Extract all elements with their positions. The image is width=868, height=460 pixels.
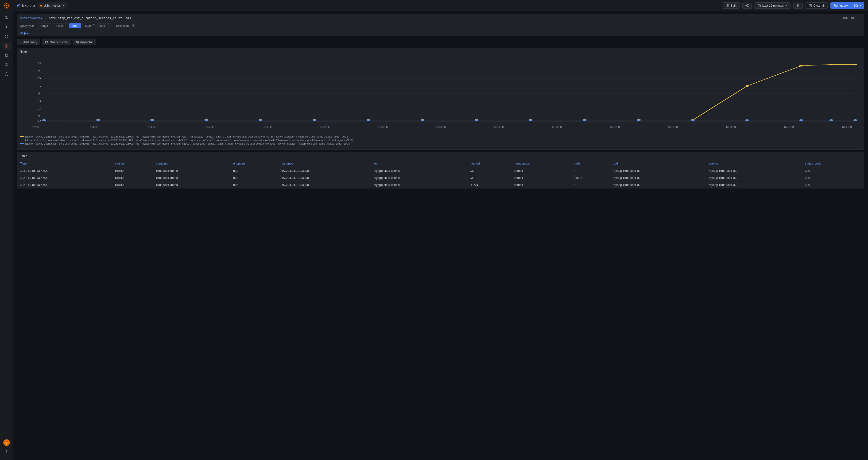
main-area: Explore ck8s-metrics ▼ Split: [13, 0, 868, 460]
col-header-cluster[interactable]: cluster: [112, 160, 153, 167]
type-both-label: Both: [72, 24, 78, 28]
add-query-button[interactable]: + Add query: [17, 39, 40, 45]
col-header-container[interactable]: container: [153, 160, 230, 167]
query-visibility-toggle[interactable]: [850, 15, 855, 21]
datasource-status-dot: [40, 5, 42, 7]
run-query-button[interactable]: Run query 10s ▼: [830, 2, 864, 9]
query-editor-top: Metrics browser ▶ 0.3s: [17, 14, 864, 22]
x-label-6: 13:38:00: [377, 126, 388, 128]
graph-area: 8 7 6 5 4 3 2 1 0: [17, 55, 864, 150]
svg-text:0: 0: [37, 119, 41, 123]
table-cell-2-2: ck8s-user-demo: [153, 182, 230, 189]
svg-point-103: [204, 120, 208, 121]
svg-point-104: [258, 120, 262, 121]
split-button[interactable]: Split: [723, 2, 739, 9]
trash-icon: [809, 4, 812, 7]
sidebar-alerts[interactable]: [2, 51, 11, 60]
exemplars-info-icon[interactable]: ⓘ: [132, 24, 135, 28]
grafana-logo[interactable]: [3, 2, 10, 9]
time-range-label: Last 15 minutes: [762, 4, 784, 7]
table-row-1[interactable]: 2021-10-05 13:47:00ckwc0ck8s-user-demoht…: [17, 174, 864, 182]
step-info-icon[interactable]: ⓘ: [93, 24, 95, 28]
col-header-instance[interactable]: instance: [279, 160, 371, 167]
svg-point-81: [829, 64, 833, 65]
svg-point-108: [475, 120, 478, 121]
sidebar-settings[interactable]: [2, 61, 11, 69]
svg-line-8: [7, 18, 8, 19]
explore-title: Explore: [17, 3, 35, 8]
col-header-method[interactable]: method: [467, 160, 511, 167]
sidebar-search[interactable]: [2, 13, 11, 22]
x-label-12: 13:44:00: [726, 126, 736, 128]
legend-item-0[interactable]: {cluster="ckwc0", container="ck8s-user-d…: [20, 135, 861, 138]
table-cell-2-6: HEAD: [467, 182, 511, 189]
datasource-chevron: ▼: [62, 4, 64, 7]
help-bar: Help ▶: [17, 30, 864, 36]
svg-rect-10: [7, 35, 8, 36]
type-range-button[interactable]: Range: [37, 23, 51, 28]
svg-point-7: [5, 17, 7, 19]
svg-rect-12: [7, 37, 8, 38]
user-avatar[interactable]: G: [3, 439, 10, 446]
run-query-timer[interactable]: 10s ▼: [851, 2, 864, 9]
table-cell-2-5: myapp-ck8s-user-d...: [371, 182, 467, 189]
share-icon: [745, 4, 749, 7]
svg-point-14: [6, 45, 7, 46]
zoom-button[interactable]: [793, 3, 803, 9]
col-header-path[interactable]: path: [571, 160, 610, 167]
share-button[interactable]: [742, 3, 752, 9]
data-table: Time cluster container endpoint instance…: [17, 160, 864, 188]
eye-icon: [851, 17, 854, 20]
table-header: Time cluster container endpoint instance…: [17, 160, 864, 167]
run-query-label[interactable]: Run query: [830, 2, 851, 9]
metrics-browser-button[interactable]: Metrics browser ▶: [17, 14, 46, 22]
query-history-button[interactable]: Query history: [42, 39, 71, 45]
table-cell-1-5: myapp-ck8s-user-d...: [371, 174, 467, 182]
x-label-1: 13:33:00: [87, 126, 97, 128]
sidebar-add[interactable]: +: [2, 23, 11, 31]
col-header-namespace[interactable]: namespace: [511, 160, 571, 167]
query-remove-button[interactable]: [857, 15, 862, 21]
legend-item-1[interactable]: {cluster="ckwc0", container="ck8s-user-d…: [20, 139, 861, 141]
col-header-pod[interactable]: pod: [610, 160, 706, 167]
svg-point-102: [150, 120, 154, 121]
svg-point-115: [829, 120, 833, 121]
help-button[interactable]: Help ▶: [20, 31, 29, 35]
legend-text-2: {cluster="ckwc0", container="ck8s-user-d…: [25, 142, 350, 145]
table-cell-2-10: myapp-ck8s-user-d...: [706, 182, 802, 189]
query-editor: Metrics browser ▶ 0.3s: [17, 14, 864, 36]
col-header-status-code[interactable]: status_code: [802, 160, 864, 167]
svg-point-107: [421, 120, 424, 121]
sidebar-shield[interactable]: [2, 70, 11, 78]
sidebar-dashboards[interactable]: [2, 32, 11, 41]
query-history-label: Query history: [50, 40, 68, 44]
table-cell-0-4: 10.233.91.130:3000: [279, 167, 371, 174]
query-input[interactable]: [46, 14, 841, 22]
table-row-0[interactable]: 2021-10-05 13:47:00ckwc0ck8s-user-demoht…: [17, 167, 864, 174]
type-instant-button[interactable]: Instant: [53, 23, 67, 28]
time-range-button[interactable]: Last 15 minutes ▼: [754, 2, 791, 9]
table-scroll-area[interactable]: Time cluster container endpoint instance…: [17, 160, 864, 188]
explore-icon: [17, 4, 21, 7]
col-header-time[interactable]: Time: [17, 160, 112, 167]
type-both-button[interactable]: Both: [69, 23, 81, 28]
table-cell-2-8: /: [571, 182, 610, 189]
sidebar-explore[interactable]: [2, 42, 11, 50]
table-section: Table Time cluster container endpoint in…: [17, 152, 864, 189]
step-input[interactable]: [97, 23, 111, 28]
exemplars-label: Exemplars: [116, 24, 129, 28]
metrics-browser-chevron: ▶: [41, 17, 43, 19]
table-row-2[interactable]: 2021-10-05 13:47:00ckwc0ck8s-user-demoht…: [17, 182, 864, 189]
clear-all-button[interactable]: Clear all: [806, 2, 828, 9]
col-header-service[interactable]: service: [706, 160, 802, 167]
chart-svg: 8 7 6 5 4 3 2 1 0: [20, 58, 861, 124]
col-header-endpoint[interactable]: endpoint: [230, 160, 279, 167]
inspector-button[interactable]: Inspector: [73, 39, 96, 45]
legend-item-2[interactable]: {cluster="ckwc0", container="ck8s-user-d…: [20, 142, 861, 145]
datasource-selector[interactable]: ck8s-metrics ▼: [38, 3, 67, 8]
table-cell-0-8: /: [571, 167, 610, 174]
table-title: Table: [17, 152, 864, 160]
col-header-job[interactable]: job: [371, 160, 467, 167]
sidebar-help[interactable]: ?: [2, 447, 11, 456]
svg-rect-37: [809, 5, 811, 7]
